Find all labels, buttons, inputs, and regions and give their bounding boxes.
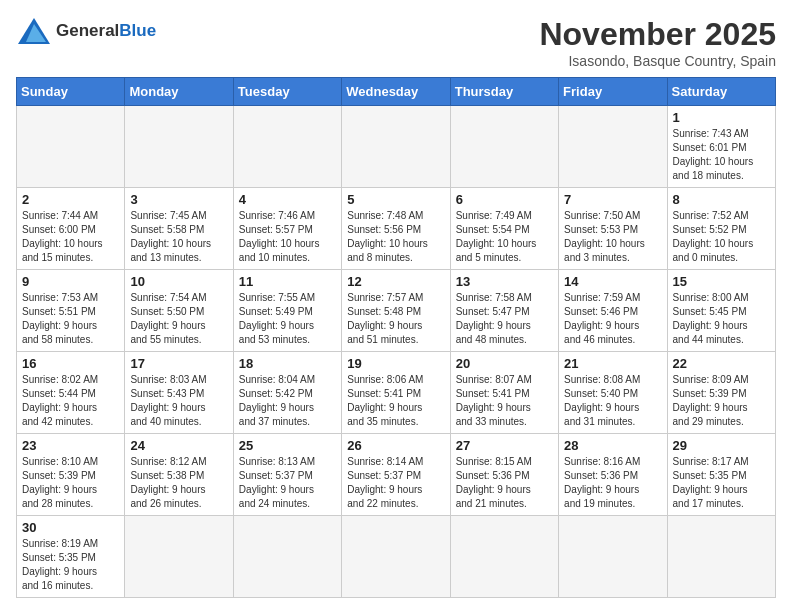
calendar-cell [17,106,125,188]
column-header-tuesday: Tuesday [233,78,341,106]
calendar-table: SundayMondayTuesdayWednesdayThursdayFrid… [16,77,776,598]
calendar-cell: 21Sunrise: 8:08 AM Sunset: 5:40 PM Dayli… [559,352,667,434]
calendar-cell: 19Sunrise: 8:06 AM Sunset: 5:41 PM Dayli… [342,352,450,434]
calendar-week-6: 30Sunrise: 8:19 AM Sunset: 5:35 PM Dayli… [17,516,776,598]
location-subtitle: Isasondo, Basque Country, Spain [539,53,776,69]
day-number: 1 [673,110,770,125]
calendar-cell: 29Sunrise: 8:17 AM Sunset: 5:35 PM Dayli… [667,434,775,516]
day-info: Sunrise: 8:17 AM Sunset: 5:35 PM Dayligh… [673,455,770,511]
day-number: 25 [239,438,336,453]
calendar-cell: 20Sunrise: 8:07 AM Sunset: 5:41 PM Dayli… [450,352,558,434]
day-number: 6 [456,192,553,207]
calendar-cell: 1Sunrise: 7:43 AM Sunset: 6:01 PM Daylig… [667,106,775,188]
calendar-cell: 7Sunrise: 7:50 AM Sunset: 5:53 PM Daylig… [559,188,667,270]
day-number: 12 [347,274,444,289]
calendar-cell [450,106,558,188]
day-info: Sunrise: 8:12 AM Sunset: 5:38 PM Dayligh… [130,455,227,511]
column-header-monday: Monday [125,78,233,106]
day-info: Sunrise: 7:55 AM Sunset: 5:49 PM Dayligh… [239,291,336,347]
day-number: 2 [22,192,119,207]
day-info: Sunrise: 7:53 AM Sunset: 5:51 PM Dayligh… [22,291,119,347]
day-number: 18 [239,356,336,371]
day-number: 17 [130,356,227,371]
calendar-cell: 15Sunrise: 8:00 AM Sunset: 5:45 PM Dayli… [667,270,775,352]
month-title: November 2025 [539,16,776,53]
calendar-cell: 17Sunrise: 8:03 AM Sunset: 5:43 PM Dayli… [125,352,233,434]
day-info: Sunrise: 7:52 AM Sunset: 5:52 PM Dayligh… [673,209,770,265]
column-header-wednesday: Wednesday [342,78,450,106]
day-info: Sunrise: 7:48 AM Sunset: 5:56 PM Dayligh… [347,209,444,265]
day-number: 21 [564,356,661,371]
day-info: Sunrise: 8:04 AM Sunset: 5:42 PM Dayligh… [239,373,336,429]
day-info: Sunrise: 7:43 AM Sunset: 6:01 PM Dayligh… [673,127,770,183]
calendar-cell [233,516,341,598]
day-info: Sunrise: 8:10 AM Sunset: 5:39 PM Dayligh… [22,455,119,511]
day-number: 13 [456,274,553,289]
day-info: Sunrise: 8:08 AM Sunset: 5:40 PM Dayligh… [564,373,661,429]
day-number: 20 [456,356,553,371]
day-info: Sunrise: 7:44 AM Sunset: 6:00 PM Dayligh… [22,209,119,265]
day-info: Sunrise: 8:00 AM Sunset: 5:45 PM Dayligh… [673,291,770,347]
day-info: Sunrise: 8:13 AM Sunset: 5:37 PM Dayligh… [239,455,336,511]
calendar-cell: 8Sunrise: 7:52 AM Sunset: 5:52 PM Daylig… [667,188,775,270]
day-number: 11 [239,274,336,289]
day-number: 19 [347,356,444,371]
day-info: Sunrise: 7:59 AM Sunset: 5:46 PM Dayligh… [564,291,661,347]
calendar-cell: 18Sunrise: 8:04 AM Sunset: 5:42 PM Dayli… [233,352,341,434]
day-info: Sunrise: 8:09 AM Sunset: 5:39 PM Dayligh… [673,373,770,429]
day-info: Sunrise: 7:46 AM Sunset: 5:57 PM Dayligh… [239,209,336,265]
calendar-cell: 24Sunrise: 8:12 AM Sunset: 5:38 PM Dayli… [125,434,233,516]
day-info: Sunrise: 8:06 AM Sunset: 5:41 PM Dayligh… [347,373,444,429]
day-number: 4 [239,192,336,207]
day-number: 29 [673,438,770,453]
day-number: 16 [22,356,119,371]
calendar-cell [342,106,450,188]
calendar-cell: 14Sunrise: 7:59 AM Sunset: 5:46 PM Dayli… [559,270,667,352]
calendar-header-row: SundayMondayTuesdayWednesdayThursdayFrid… [17,78,776,106]
calendar-cell: 27Sunrise: 8:15 AM Sunset: 5:36 PM Dayli… [450,434,558,516]
calendar-cell: 26Sunrise: 8:14 AM Sunset: 5:37 PM Dayli… [342,434,450,516]
calendar-cell [450,516,558,598]
calendar-cell: 11Sunrise: 7:55 AM Sunset: 5:49 PM Dayli… [233,270,341,352]
calendar-cell: 25Sunrise: 8:13 AM Sunset: 5:37 PM Dayli… [233,434,341,516]
day-info: Sunrise: 8:14 AM Sunset: 5:37 PM Dayligh… [347,455,444,511]
day-info: Sunrise: 7:45 AM Sunset: 5:58 PM Dayligh… [130,209,227,265]
logo-icon [16,16,52,46]
calendar-week-3: 9Sunrise: 7:53 AM Sunset: 5:51 PM Daylig… [17,270,776,352]
day-number: 15 [673,274,770,289]
day-info: Sunrise: 7:49 AM Sunset: 5:54 PM Dayligh… [456,209,553,265]
day-info: Sunrise: 7:50 AM Sunset: 5:53 PM Dayligh… [564,209,661,265]
calendar-week-4: 16Sunrise: 8:02 AM Sunset: 5:44 PM Dayli… [17,352,776,434]
day-info: Sunrise: 8:03 AM Sunset: 5:43 PM Dayligh… [130,373,227,429]
page-header: GeneralBlue November 2025 Isasondo, Basq… [16,16,776,69]
day-info: Sunrise: 7:57 AM Sunset: 5:48 PM Dayligh… [347,291,444,347]
calendar-cell: 5Sunrise: 7:48 AM Sunset: 5:56 PM Daylig… [342,188,450,270]
column-header-saturday: Saturday [667,78,775,106]
column-header-friday: Friday [559,78,667,106]
day-info: Sunrise: 7:54 AM Sunset: 5:50 PM Dayligh… [130,291,227,347]
logo: GeneralBlue [16,16,156,46]
day-number: 24 [130,438,227,453]
calendar-cell: 22Sunrise: 8:09 AM Sunset: 5:39 PM Dayli… [667,352,775,434]
day-info: Sunrise: 8:19 AM Sunset: 5:35 PM Dayligh… [22,537,119,593]
calendar-cell [125,516,233,598]
day-number: 30 [22,520,119,535]
day-number: 26 [347,438,444,453]
calendar-cell: 23Sunrise: 8:10 AM Sunset: 5:39 PM Dayli… [17,434,125,516]
calendar-cell: 4Sunrise: 7:46 AM Sunset: 5:57 PM Daylig… [233,188,341,270]
calendar-cell [125,106,233,188]
logo-text: GeneralBlue [56,21,156,41]
day-number: 3 [130,192,227,207]
calendar-cell: 30Sunrise: 8:19 AM Sunset: 5:35 PM Dayli… [17,516,125,598]
day-number: 23 [22,438,119,453]
day-number: 9 [22,274,119,289]
day-info: Sunrise: 8:07 AM Sunset: 5:41 PM Dayligh… [456,373,553,429]
calendar-cell [667,516,775,598]
day-number: 14 [564,274,661,289]
calendar-cell [559,516,667,598]
day-info: Sunrise: 7:58 AM Sunset: 5:47 PM Dayligh… [456,291,553,347]
calendar-cell: 3Sunrise: 7:45 AM Sunset: 5:58 PM Daylig… [125,188,233,270]
calendar-cell [559,106,667,188]
day-number: 27 [456,438,553,453]
column-header-thursday: Thursday [450,78,558,106]
